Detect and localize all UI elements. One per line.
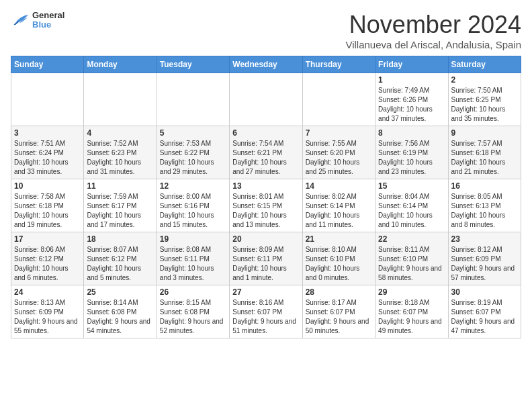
day-info: Sunrise: 8:05 AM Sunset: 6:13 PM Dayligh… <box>451 192 518 230</box>
calendar-cell <box>84 73 157 126</box>
weekday-header-sunday: Sunday <box>11 56 84 73</box>
day-info: Sunrise: 8:14 AM Sunset: 6:08 PM Dayligh… <box>87 298 153 336</box>
logo: General Blue <box>11 11 64 30</box>
calendar-cell: 4Sunrise: 7:52 AM Sunset: 6:23 PM Daylig… <box>84 126 157 179</box>
weekday-header-tuesday: Tuesday <box>157 56 229 73</box>
calendar-week-2: 3Sunrise: 7:51 AM Sunset: 6:24 PM Daylig… <box>11 126 521 179</box>
logo-general: General <box>32 11 64 20</box>
weekday-header-friday: Friday <box>375 56 448 73</box>
day-number: 6 <box>232 128 299 138</box>
calendar-week-5: 24Sunrise: 8:13 AM Sunset: 6:09 PM Dayli… <box>11 285 521 338</box>
day-info: Sunrise: 7:55 AM Sunset: 6:20 PM Dayligh… <box>306 139 372 177</box>
calendar-cell: 6Sunrise: 7:54 AM Sunset: 6:21 PM Daylig… <box>230 126 302 179</box>
calendar-cell: 10Sunrise: 7:58 AM Sunset: 6:18 PM Dayli… <box>11 179 84 232</box>
logo-blue: Blue <box>32 20 64 30</box>
day-number: 25 <box>87 287 153 297</box>
day-info: Sunrise: 7:56 AM Sunset: 6:19 PM Dayligh… <box>378 139 445 177</box>
day-number: 5 <box>160 128 226 138</box>
calendar-week-3: 10Sunrise: 7:58 AM Sunset: 6:18 PM Dayli… <box>11 179 521 232</box>
day-info: Sunrise: 7:51 AM Sunset: 6:24 PM Dayligh… <box>14 139 81 177</box>
day-number: 1 <box>378 75 445 85</box>
day-number: 9 <box>451 128 518 138</box>
day-number: 21 <box>306 234 372 244</box>
calendar-cell: 24Sunrise: 8:13 AM Sunset: 6:09 PM Dayli… <box>11 285 84 338</box>
day-info: Sunrise: 8:02 AM Sunset: 6:14 PM Dayligh… <box>306 192 372 230</box>
calendar-table: SundayMondayTuesdayWednesdayThursdayFrid… <box>11 56 521 338</box>
day-number: 27 <box>232 287 299 297</box>
day-info: Sunrise: 7:54 AM Sunset: 6:21 PM Dayligh… <box>232 139 299 177</box>
logo-icon <box>11 13 30 28</box>
day-info: Sunrise: 7:52 AM Sunset: 6:23 PM Dayligh… <box>87 139 153 177</box>
day-number: 7 <box>306 128 372 138</box>
day-info: Sunrise: 8:18 AM Sunset: 6:07 PM Dayligh… <box>378 298 445 336</box>
calendar-cell: 27Sunrise: 8:16 AM Sunset: 6:07 PM Dayli… <box>230 285 302 338</box>
day-info: Sunrise: 8:09 AM Sunset: 6:11 PM Dayligh… <box>232 245 299 283</box>
day-number: 29 <box>378 287 445 297</box>
day-info: Sunrise: 8:08 AM Sunset: 6:11 PM Dayligh… <box>160 245 226 283</box>
day-number: 18 <box>87 234 153 244</box>
location-subtitle: Villanueva del Ariscal, Andalusia, Spain <box>345 39 521 50</box>
day-number: 12 <box>160 181 226 191</box>
day-number: 14 <box>306 181 372 191</box>
day-number: 30 <box>451 287 518 297</box>
day-info: Sunrise: 8:10 AM Sunset: 6:10 PM Dayligh… <box>306 245 372 283</box>
calendar-cell: 15Sunrise: 8:04 AM Sunset: 6:14 PM Dayli… <box>375 179 448 232</box>
day-number: 22 <box>378 234 445 244</box>
day-number: 23 <box>451 234 518 244</box>
calendar-cell: 9Sunrise: 7:57 AM Sunset: 6:18 PM Daylig… <box>448 126 521 179</box>
calendar-cell: 20Sunrise: 8:09 AM Sunset: 6:11 PM Dayli… <box>230 232 302 285</box>
calendar-cell <box>302 73 375 126</box>
day-number: 3 <box>14 128 81 138</box>
day-number: 13 <box>232 181 299 191</box>
calendar-body: 1Sunrise: 7:49 AM Sunset: 6:26 PM Daylig… <box>11 73 521 338</box>
day-number: 26 <box>160 287 226 297</box>
calendar-cell: 19Sunrise: 8:08 AM Sunset: 6:11 PM Dayli… <box>157 232 229 285</box>
day-info: Sunrise: 7:59 AM Sunset: 6:17 PM Dayligh… <box>87 192 153 230</box>
calendar-cell: 7Sunrise: 7:55 AM Sunset: 6:20 PM Daylig… <box>302 126 375 179</box>
day-number: 8 <box>378 128 445 138</box>
calendar-cell: 22Sunrise: 8:11 AM Sunset: 6:10 PM Dayli… <box>375 232 448 285</box>
day-info: Sunrise: 8:00 AM Sunset: 6:16 PM Dayligh… <box>160 192 226 230</box>
day-number: 24 <box>14 287 81 297</box>
weekday-header-thursday: Thursday <box>302 56 375 73</box>
weekday-header-wednesday: Wednesday <box>230 56 302 73</box>
calendar-cell: 23Sunrise: 8:12 AM Sunset: 6:09 PM Dayli… <box>448 232 521 285</box>
day-info: Sunrise: 8:17 AM Sunset: 6:07 PM Dayligh… <box>306 298 372 336</box>
weekday-header-monday: Monday <box>84 56 157 73</box>
calendar-cell: 21Sunrise: 8:10 AM Sunset: 6:10 PM Dayli… <box>302 232 375 285</box>
day-info: Sunrise: 8:04 AM Sunset: 6:14 PM Dayligh… <box>378 192 445 230</box>
calendar-cell: 11Sunrise: 7:59 AM Sunset: 6:17 PM Dayli… <box>84 179 157 232</box>
day-info: Sunrise: 8:15 AM Sunset: 6:08 PM Dayligh… <box>160 298 226 336</box>
day-info: Sunrise: 8:06 AM Sunset: 6:12 PM Dayligh… <box>14 245 81 283</box>
day-info: Sunrise: 8:07 AM Sunset: 6:12 PM Dayligh… <box>87 245 153 283</box>
calendar-cell <box>157 73 229 126</box>
calendar-cell: 13Sunrise: 8:01 AM Sunset: 6:15 PM Dayli… <box>230 179 302 232</box>
day-info: Sunrise: 7:58 AM Sunset: 6:18 PM Dayligh… <box>14 192 81 230</box>
month-title: November 2024 <box>345 11 521 39</box>
day-info: Sunrise: 8:19 AM Sunset: 6:07 PM Dayligh… <box>451 298 518 336</box>
page-header: General Blue November 2024 Villanueva de… <box>11 11 521 50</box>
day-number: 10 <box>14 181 81 191</box>
day-number: 4 <box>87 128 153 138</box>
day-info: Sunrise: 7:57 AM Sunset: 6:18 PM Dayligh… <box>451 139 518 177</box>
calendar-cell: 29Sunrise: 8:18 AM Sunset: 6:07 PM Dayli… <box>375 285 448 338</box>
day-info: Sunrise: 8:16 AM Sunset: 6:07 PM Dayligh… <box>232 298 299 336</box>
calendar-cell: 12Sunrise: 8:00 AM Sunset: 6:16 PM Dayli… <box>157 179 229 232</box>
calendar-cell: 1Sunrise: 7:49 AM Sunset: 6:26 PM Daylig… <box>375 73 448 126</box>
calendar-cell: 5Sunrise: 7:53 AM Sunset: 6:22 PM Daylig… <box>157 126 229 179</box>
day-number: 19 <box>160 234 226 244</box>
day-info: Sunrise: 8:12 AM Sunset: 6:09 PM Dayligh… <box>451 245 518 283</box>
calendar-cell: 18Sunrise: 8:07 AM Sunset: 6:12 PM Dayli… <box>84 232 157 285</box>
day-info: Sunrise: 8:01 AM Sunset: 6:15 PM Dayligh… <box>232 192 299 230</box>
calendar-week-4: 17Sunrise: 8:06 AM Sunset: 6:12 PM Dayli… <box>11 232 521 285</box>
weekday-header-saturday: Saturday <box>448 56 521 73</box>
day-number: 17 <box>14 234 81 244</box>
day-number: 15 <box>378 181 445 191</box>
calendar-cell: 25Sunrise: 8:14 AM Sunset: 6:08 PM Dayli… <box>84 285 157 338</box>
calendar-cell: 2Sunrise: 7:50 AM Sunset: 6:25 PM Daylig… <box>448 73 521 126</box>
day-info: Sunrise: 8:13 AM Sunset: 6:09 PM Dayligh… <box>14 298 81 336</box>
day-info: Sunrise: 7:49 AM Sunset: 6:26 PM Dayligh… <box>378 86 445 124</box>
day-number: 2 <box>451 75 518 85</box>
day-info: Sunrise: 7:50 AM Sunset: 6:25 PM Dayligh… <box>451 86 518 124</box>
weekday-header-row: SundayMondayTuesdayWednesdayThursdayFrid… <box>11 56 521 73</box>
